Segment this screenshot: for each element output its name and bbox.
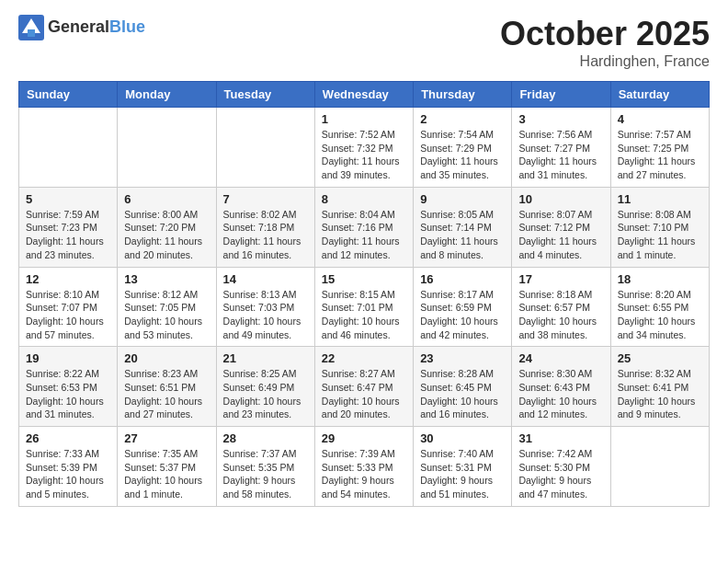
- week-row-4: 19Sunrise: 8:22 AM Sunset: 6:53 PM Dayli…: [19, 347, 710, 427]
- day-cell: [610, 427, 709, 507]
- day-cell: 29Sunrise: 7:39 AM Sunset: 5:33 PM Dayli…: [314, 427, 413, 507]
- day-header-wednesday: Wednesday: [314, 82, 413, 108]
- day-number: 4: [618, 112, 702, 126]
- day-number: 3: [518, 112, 603, 126]
- day-header-sunday: Sunday: [19, 82, 118, 108]
- logo-blue-text: Blue: [109, 17, 145, 36]
- day-number: 15: [322, 272, 406, 286]
- day-number: 19: [26, 351, 110, 365]
- day-number: 12: [26, 272, 110, 286]
- day-number: 6: [124, 192, 209, 206]
- day-cell: 27Sunrise: 7:35 AM Sunset: 5:37 PM Dayli…: [118, 427, 216, 507]
- day-number: 1: [322, 112, 406, 126]
- day-info: Sunrise: 8:13 AM Sunset: 7:03 PM Dayligh…: [223, 288, 308, 342]
- day-number: 23: [420, 351, 505, 365]
- day-info: Sunrise: 8:23 AM Sunset: 6:51 PM Dayligh…: [124, 367, 209, 421]
- day-number: 7: [223, 192, 308, 206]
- logo-icon: [18, 15, 44, 40]
- day-number: 22: [322, 351, 406, 365]
- day-info: Sunrise: 8:32 AM Sunset: 6:41 PM Dayligh…: [618, 367, 702, 421]
- day-cell: 14Sunrise: 8:13 AM Sunset: 7:03 PM Dayli…: [216, 267, 314, 347]
- logo-text: GeneralBlue: [48, 18, 145, 37]
- day-info: Sunrise: 8:12 AM Sunset: 7:05 PM Dayligh…: [124, 288, 209, 342]
- day-info: Sunrise: 8:17 AM Sunset: 6:59 PM Dayligh…: [420, 288, 505, 342]
- day-cell: 23Sunrise: 8:28 AM Sunset: 6:45 PM Dayli…: [414, 347, 512, 427]
- day-number: 31: [518, 431, 603, 445]
- day-info: Sunrise: 7:54 AM Sunset: 7:29 PM Dayligh…: [420, 128, 505, 182]
- day-number: 25: [618, 351, 702, 365]
- day-number: 18: [618, 272, 702, 286]
- day-cell: 18Sunrise: 8:20 AM Sunset: 6:55 PM Dayli…: [610, 267, 709, 347]
- day-cell: 16Sunrise: 8:17 AM Sunset: 6:59 PM Dayli…: [414, 267, 512, 347]
- day-number: 30: [420, 431, 505, 445]
- day-number: 13: [124, 272, 209, 286]
- day-info: Sunrise: 8:28 AM Sunset: 6:45 PM Dayligh…: [420, 367, 505, 421]
- day-cell: 11Sunrise: 8:08 AM Sunset: 7:10 PM Dayli…: [610, 187, 709, 267]
- day-cell: [216, 108, 314, 188]
- day-info: Sunrise: 7:42 AM Sunset: 5:30 PM Dayligh…: [518, 447, 603, 501]
- day-info: Sunrise: 7:33 AM Sunset: 5:39 PM Dayligh…: [26, 447, 110, 501]
- day-info: Sunrise: 8:10 AM Sunset: 7:07 PM Dayligh…: [26, 288, 110, 342]
- day-number: 2: [420, 112, 505, 126]
- day-cell: [19, 108, 118, 188]
- day-info: Sunrise: 7:56 AM Sunset: 7:27 PM Dayligh…: [518, 128, 603, 182]
- day-cell: 28Sunrise: 7:37 AM Sunset: 5:35 PM Dayli…: [216, 427, 314, 507]
- day-info: Sunrise: 8:18 AM Sunset: 6:57 PM Dayligh…: [518, 288, 603, 342]
- day-cell: 3Sunrise: 7:56 AM Sunset: 7:27 PM Daylig…: [512, 108, 610, 188]
- title-area: October 2025 Hardinghen, France: [500, 15, 710, 70]
- svg-rect-2: [28, 29, 35, 37]
- day-cell: 2Sunrise: 7:54 AM Sunset: 7:29 PM Daylig…: [414, 108, 512, 188]
- day-cell: [118, 108, 216, 188]
- day-number: 11: [618, 192, 702, 206]
- day-info: Sunrise: 7:37 AM Sunset: 5:35 PM Dayligh…: [223, 447, 308, 501]
- day-cell: 15Sunrise: 8:15 AM Sunset: 7:01 PM Dayli…: [314, 267, 413, 347]
- day-info: Sunrise: 8:08 AM Sunset: 7:10 PM Dayligh…: [618, 208, 702, 262]
- day-info: Sunrise: 7:40 AM Sunset: 5:31 PM Dayligh…: [420, 447, 505, 501]
- day-info: Sunrise: 7:52 AM Sunset: 7:32 PM Dayligh…: [322, 128, 406, 182]
- day-header-thursday: Thursday: [414, 82, 512, 108]
- day-cell: 17Sunrise: 8:18 AM Sunset: 6:57 PM Dayli…: [512, 267, 610, 347]
- day-info: Sunrise: 8:22 AM Sunset: 6:53 PM Dayligh…: [26, 367, 110, 421]
- day-cell: 24Sunrise: 8:30 AM Sunset: 6:43 PM Dayli…: [512, 347, 610, 427]
- day-info: Sunrise: 8:15 AM Sunset: 7:01 PM Dayligh…: [322, 288, 406, 342]
- day-number: 10: [518, 192, 603, 206]
- header: GeneralBlue October 2025 Hardinghen, Fra…: [18, 15, 710, 70]
- day-info: Sunrise: 8:05 AM Sunset: 7:14 PM Dayligh…: [420, 208, 505, 262]
- day-cell: 7Sunrise: 8:02 AM Sunset: 7:18 PM Daylig…: [216, 187, 314, 267]
- logo: GeneralBlue: [18, 15, 145, 40]
- day-info: Sunrise: 8:02 AM Sunset: 7:18 PM Dayligh…: [223, 208, 308, 262]
- day-info: Sunrise: 7:57 AM Sunset: 7:25 PM Dayligh…: [618, 128, 702, 182]
- day-cell: 10Sunrise: 8:07 AM Sunset: 7:12 PM Dayli…: [512, 187, 610, 267]
- day-cell: 30Sunrise: 7:40 AM Sunset: 5:31 PM Dayli…: [414, 427, 512, 507]
- day-info: Sunrise: 8:30 AM Sunset: 6:43 PM Dayligh…: [518, 367, 603, 421]
- week-row-2: 5Sunrise: 7:59 AM Sunset: 7:23 PM Daylig…: [19, 187, 710, 267]
- day-number: 16: [420, 272, 505, 286]
- day-cell: 26Sunrise: 7:33 AM Sunset: 5:39 PM Dayli…: [19, 427, 118, 507]
- day-info: Sunrise: 8:04 AM Sunset: 7:16 PM Dayligh…: [322, 208, 406, 262]
- day-number: 17: [518, 272, 603, 286]
- location: Hardinghen, France: [500, 53, 710, 70]
- day-number: 14: [223, 272, 308, 286]
- day-number: 24: [518, 351, 603, 365]
- week-row-5: 26Sunrise: 7:33 AM Sunset: 5:39 PM Dayli…: [19, 427, 710, 507]
- day-number: 9: [420, 192, 505, 206]
- day-number: 29: [322, 431, 406, 445]
- day-number: 8: [322, 192, 406, 206]
- day-info: Sunrise: 7:35 AM Sunset: 5:37 PM Dayligh…: [124, 447, 209, 501]
- day-cell: 9Sunrise: 8:05 AM Sunset: 7:14 PM Daylig…: [414, 187, 512, 267]
- week-row-3: 12Sunrise: 8:10 AM Sunset: 7:07 PM Dayli…: [19, 267, 710, 347]
- header-row: SundayMondayTuesdayWednesdayThursdayFrid…: [19, 82, 710, 108]
- month-title: October 2025: [500, 15, 710, 53]
- day-header-friday: Friday: [512, 82, 610, 108]
- day-number: 21: [223, 351, 308, 365]
- day-cell: 5Sunrise: 7:59 AM Sunset: 7:23 PM Daylig…: [19, 187, 118, 267]
- day-info: Sunrise: 8:07 AM Sunset: 7:12 PM Dayligh…: [518, 208, 603, 262]
- day-cell: 13Sunrise: 8:12 AM Sunset: 7:05 PM Dayli…: [118, 267, 216, 347]
- logo-general-text: General: [48, 17, 109, 36]
- day-cell: 25Sunrise: 8:32 AM Sunset: 6:41 PM Dayli…: [610, 347, 709, 427]
- day-cell: 19Sunrise: 8:22 AM Sunset: 6:53 PM Dayli…: [19, 347, 118, 427]
- day-cell: 31Sunrise: 7:42 AM Sunset: 5:30 PM Dayli…: [512, 427, 610, 507]
- day-number: 5: [26, 192, 110, 206]
- day-cell: 20Sunrise: 8:23 AM Sunset: 6:51 PM Dayli…: [118, 347, 216, 427]
- page: GeneralBlue October 2025 Hardinghen, Fra…: [0, 0, 728, 522]
